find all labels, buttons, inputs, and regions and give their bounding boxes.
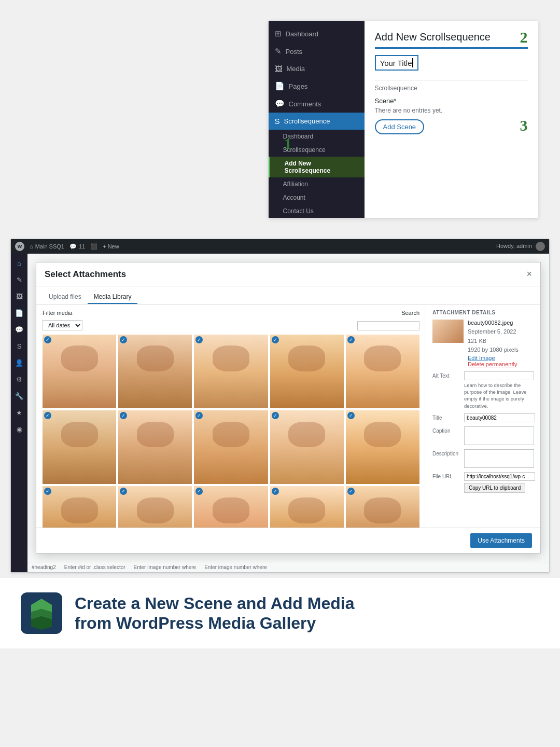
modal-body: Filter media Search All dates: [36, 305, 540, 528]
sidebar-icon-user[interactable]: 👤: [13, 356, 25, 369]
title-field-row: Title: [432, 413, 534, 422]
sidebar-icon-pages[interactable]: 📄: [13, 307, 25, 319]
sidebar-item-scrollsequence[interactable]: S Scrollsequence: [269, 113, 365, 130]
user-avatar: [536, 242, 545, 251]
media-item-12[interactable]: ✓: [118, 486, 192, 528]
delete-permanently-link[interactable]: Delete permanently: [468, 361, 519, 367]
description-field-row: Description: [432, 449, 534, 468]
submenu-dashboard[interactable]: Dashboard: [269, 130, 365, 143]
selected-check-1: ✓: [44, 336, 51, 343]
date-filter-select[interactable]: All dates: [43, 320, 82, 330]
screen-icon: ⬛: [90, 243, 97, 250]
title-field-input[interactable]: [464, 413, 535, 422]
selected-check-10: ✓: [347, 412, 355, 419]
sidebar-icon-extra2[interactable]: ◉: [13, 423, 25, 435]
no-entries-text: There are no entries yet.: [375, 107, 528, 114]
submenu-contact[interactable]: Contact Us: [269, 204, 365, 218]
site-name-item[interactable]: ⌂ Main SSQ1: [30, 243, 64, 250]
add-scene-button[interactable]: Add Scene: [375, 119, 425, 134]
media-item-1[interactable]: ✓: [43, 335, 116, 408]
sidebar-icon-posts[interactable]: ✎: [13, 273, 25, 286]
file-url-input[interactable]: [464, 472, 535, 481]
middle-section: W ⌂ Main SSQ1 💬 11 ⬛ + New Howdy, admin: [0, 233, 560, 578]
copy-url-button[interactable]: Copy URL to clipboard: [464, 483, 525, 493]
submenu-affiliation[interactable]: Affiliation: [269, 177, 365, 191]
file-url-label: File URL: [432, 472, 461, 479]
bottom-heading: Create a New Scene and Add Media from Wo…: [75, 593, 539, 633]
caption-field-input[interactable]: [464, 426, 534, 445]
media-item-11[interactable]: ✓: [43, 486, 116, 528]
sidebar-icon-settings[interactable]: ⚙: [13, 373, 25, 385]
selected-check-5: ✓: [347, 336, 355, 343]
media-item-4[interactable]: ✓: [270, 335, 344, 408]
media-item-5[interactable]: ✓: [346, 335, 419, 408]
sidebar-icon-comments[interactable]: 💬: [13, 323, 25, 336]
alt-text-label: Alt Text: [432, 371, 461, 379]
section-label: Scrollsequence: [375, 80, 528, 92]
sidebar-item-comments[interactable]: 💬 Comments: [269, 95, 365, 113]
comments-count-item[interactable]: 💬 11: [69, 243, 85, 250]
sidebar-icon-media[interactable]: 🖼: [13, 290, 25, 302]
posts-icon: ✎: [275, 47, 282, 56]
media-item-6[interactable]: ✓: [43, 410, 116, 484]
sidebar-icon-scrollseq[interactable]: S: [13, 340, 25, 352]
tab-upload-files[interactable]: Upload files: [43, 290, 88, 304]
tab-media-library[interactable]: Media Library: [88, 290, 138, 304]
use-attachments-button[interactable]: Use Attachments: [470, 533, 532, 548]
modal-footer: Use Attachments: [36, 528, 540, 553]
media-panel: Filter media Search All dates: [36, 305, 426, 528]
select-attachments-modal: Select Attachments × Upload files Media …: [36, 262, 541, 554]
media-search-input[interactable]: [357, 321, 419, 330]
media-item-7[interactable]: ✓: [118, 410, 192, 484]
filter-label: Filter media: [43, 310, 72, 316]
att-preview-image: [432, 320, 464, 343]
selector-4: Enter image number where: [204, 564, 267, 570]
media-item-9[interactable]: ✓: [270, 410, 344, 484]
media-item-10[interactable]: ✓: [346, 410, 419, 484]
step-1-badge: 1: [284, 135, 292, 152]
modal-title: Select Attachments: [45, 269, 126, 280]
caption-field-row: Caption: [432, 426, 534, 445]
wp-logo[interactable]: W: [15, 242, 24, 251]
modal-close-button[interactable]: ×: [526, 269, 532, 280]
sidebar-icons-column: ⌂ ✎ 🖼 📄 💬 S 👤 ⚙ 🔧 ★ ◉: [11, 254, 27, 572]
edit-image-link[interactable]: Edit Image: [468, 355, 519, 361]
submenu-add-new[interactable]: Add New Scrollsequence: [269, 157, 365, 177]
page-title: Add New Scrollsequence: [375, 31, 528, 49]
comment-bubble-icon: 💬: [69, 243, 77, 250]
alt-text-input[interactable]: [464, 371, 534, 380]
media-item-13[interactable]: ✓: [194, 486, 268, 528]
title-input-wrapper[interactable]: Your Title: [375, 55, 418, 71]
submenu-scrollsequence[interactable]: Scrollsequence: [269, 143, 365, 157]
description-field-input[interactable]: [464, 449, 534, 468]
media-item-8[interactable]: ✓: [194, 410, 268, 484]
attachment-details-heading: ATTACHMENT DETAILS: [432, 310, 534, 315]
comments-icon: 💬: [275, 99, 285, 108]
selected-check-9: ✓: [272, 412, 279, 419]
sidebar-item-posts[interactable]: ✎ Posts: [269, 43, 365, 60]
screen-options-item[interactable]: ⬛: [90, 243, 97, 250]
media-item-3[interactable]: ✓: [194, 335, 268, 408]
new-item[interactable]: + New: [103, 243, 119, 250]
wp-main-content: Add New Scrollsequence 2 Your Title Scro…: [365, 21, 538, 218]
sidebar-item-media[interactable]: 🖼 Media: [269, 60, 365, 77]
scrollsequence-submenu: Dashboard Scrollsequence Add New Scrolls…: [269, 130, 365, 218]
media-item-2[interactable]: ✓: [118, 335, 192, 408]
sidebar-item-pages[interactable]: 📄 Pages: [269, 77, 365, 95]
step-1-container: 1: [284, 135, 292, 218]
sidebar-item-dashboard[interactable]: ⊞ Dashboard: [269, 25, 365, 43]
att-date: September 5, 2022: [468, 327, 519, 337]
window-bottom-bar: #heading2 Enter #id or .class selector E…: [27, 562, 549, 572]
sidebar-icon-extra1[interactable]: ★: [13, 406, 25, 419]
media-item-14[interactable]: ✓: [270, 486, 344, 528]
submenu-account[interactable]: Account: [269, 191, 365, 204]
step-2-badge: 2: [520, 29, 528, 46]
wp-sidebar: ⊞ Dashboard ✎ Posts 🖼 Media 📄 Pages 💬 Co…: [269, 21, 365, 218]
att-filename: beauty00082.jpeg: [468, 320, 519, 326]
scrollsequence-logo: [21, 592, 62, 634]
sidebar-icon-home[interactable]: ⌂: [13, 257, 25, 269]
sidebar-icon-tools[interactable]: 🔧: [13, 390, 25, 402]
modal-area: Select Attachments × Upload files Media …: [27, 254, 549, 572]
step-3-badge: 3: [520, 117, 528, 134]
media-item-15[interactable]: ✓: [346, 486, 419, 528]
